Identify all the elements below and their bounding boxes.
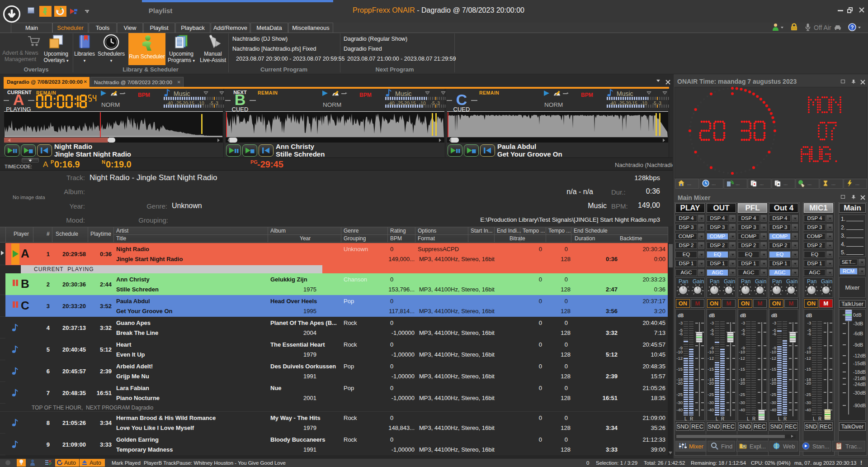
svg-text:♦: ♦ (754, 182, 755, 186)
svg-text:?: ? (850, 24, 854, 31)
